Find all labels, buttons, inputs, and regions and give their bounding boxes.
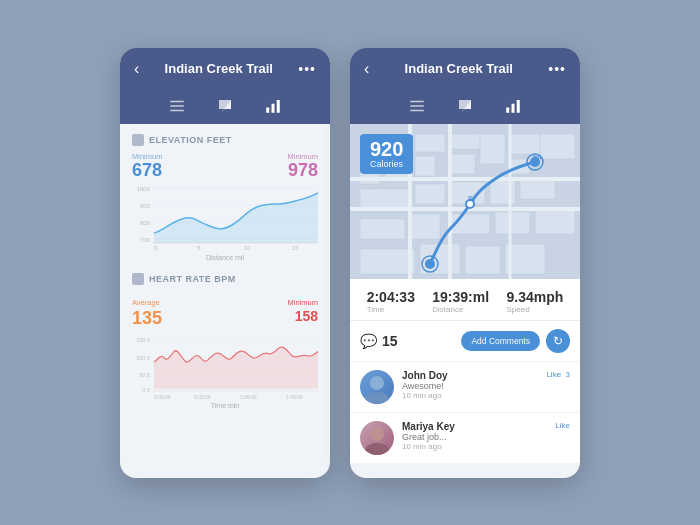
commenter-name-2: Mariya Key bbox=[402, 421, 547, 432]
refresh-button[interactable]: ↻ bbox=[546, 329, 570, 353]
svg-rect-55 bbox=[360, 219, 405, 239]
like-button-2[interactable]: Like bbox=[555, 421, 570, 430]
svg-rect-36 bbox=[512, 103, 515, 112]
svg-text:150.0: 150.0 bbox=[136, 337, 150, 343]
svg-rect-0 bbox=[170, 100, 184, 102]
tab-chat-right[interactable] bbox=[451, 96, 479, 116]
elevation-max-value: 978 bbox=[288, 161, 318, 179]
svg-rect-62 bbox=[465, 246, 500, 274]
heart-rate-section: HEART RATE BPM Average 135 Minimum 158 bbox=[132, 273, 318, 409]
comment-text-1: Awesome! bbox=[402, 381, 538, 391]
svg-rect-59 bbox=[535, 209, 575, 234]
svg-rect-61 bbox=[420, 244, 460, 274]
elevation-x-axis-label: Distance mil bbox=[132, 254, 318, 261]
comment-time-2: 10 min ago bbox=[402, 442, 547, 451]
comment-body-1: John Doy Awesome! 10 min ago bbox=[402, 370, 538, 400]
svg-text:0: 0 bbox=[154, 245, 158, 251]
svg-text:900: 900 bbox=[140, 203, 151, 209]
svg-point-78 bbox=[370, 427, 384, 441]
left-phone-card: ‹ Indian Creek Trail ••• ELEVATION FEET … bbox=[120, 48, 330, 478]
comment-item-1: John Doy Awesome! 10 min ago Like 3 bbox=[350, 361, 580, 412]
svg-text:Fn: Fn bbox=[533, 153, 542, 160]
comment-time-1: 10 min ago bbox=[402, 391, 538, 400]
svg-text:St: St bbox=[468, 195, 476, 202]
elevation-min-value: 678 bbox=[132, 161, 162, 179]
stat-time-label: Time bbox=[367, 305, 415, 314]
elevation-icon bbox=[132, 134, 144, 146]
svg-rect-33 bbox=[410, 105, 424, 107]
svg-rect-47 bbox=[480, 134, 505, 164]
hr-avg: Average 135 bbox=[132, 291, 162, 327]
calories-badge: 920 Calories bbox=[360, 134, 413, 174]
svg-rect-37 bbox=[517, 100, 520, 113]
stat-speed-label: Speed bbox=[506, 305, 563, 314]
svg-rect-60 bbox=[360, 249, 415, 274]
left-header-title: Indian Creek Trail bbox=[139, 61, 298, 76]
stat-time-value: 2:04:33 bbox=[367, 289, 415, 305]
left-tabs bbox=[120, 88, 330, 124]
svg-text:50.0: 50.0 bbox=[139, 372, 150, 378]
comment-item-2: Mariya Key Great job... 10 min ago Like bbox=[350, 412, 580, 463]
hr-avg-label: Average bbox=[132, 298, 160, 307]
elevation-section: ELEVATION FEET Minimum 678 Minimum 978 bbox=[132, 134, 318, 261]
calories-value: 920 bbox=[370, 139, 403, 159]
comments-count-area: 💬 15 bbox=[360, 333, 398, 349]
tab-chart-right[interactable] bbox=[499, 96, 527, 116]
right-tabs bbox=[350, 88, 580, 124]
svg-text:100.0: 100.0 bbox=[136, 354, 150, 360]
svg-point-76 bbox=[370, 376, 384, 390]
tab-list-left[interactable] bbox=[163, 96, 191, 116]
hr-minmax: Average 135 Minimum 158 bbox=[132, 291, 318, 327]
left-card-body: ELEVATION FEET Minimum 678 Minimum 978 bbox=[120, 124, 330, 419]
svg-rect-1 bbox=[170, 105, 184, 107]
svg-text:1:40:00: 1:40:00 bbox=[286, 393, 303, 399]
right-phone-card: ‹ Indian Creek Trail ••• bbox=[350, 48, 580, 478]
right-more-options[interactable]: ••• bbox=[548, 61, 566, 77]
svg-point-69 bbox=[425, 259, 435, 269]
tab-list-right[interactable] bbox=[403, 96, 431, 116]
comment-like-area-2: Like bbox=[555, 421, 570, 430]
svg-text:5: 5 bbox=[197, 245, 201, 251]
svg-rect-34 bbox=[410, 109, 424, 111]
comment-icon: 💬 bbox=[360, 333, 377, 349]
add-comments-button[interactable]: Add Comments bbox=[461, 331, 540, 351]
stat-speed-value: 9.34mph bbox=[506, 289, 563, 305]
svg-text:0:33:20: 0:33:20 bbox=[194, 393, 211, 399]
svg-rect-5 bbox=[277, 100, 280, 113]
avatar-john bbox=[360, 370, 394, 404]
svg-text:0.0: 0.0 bbox=[142, 386, 150, 392]
svg-rect-43 bbox=[415, 134, 445, 152]
svg-rect-51 bbox=[415, 184, 445, 204]
avatar-mariya bbox=[360, 421, 394, 455]
svg-text:1000: 1000 bbox=[137, 186, 151, 192]
svg-rect-58 bbox=[495, 212, 530, 234]
svg-text:800: 800 bbox=[140, 220, 151, 226]
stats-row: 2:04:33 Time 19:39:ml Distance 9.34mph S… bbox=[350, 279, 580, 321]
hr-section-header: HEART RATE BPM bbox=[132, 273, 318, 285]
svg-rect-3 bbox=[266, 107, 269, 112]
svg-point-79 bbox=[365, 443, 389, 455]
elevation-title: ELEVATION FEET bbox=[149, 135, 232, 145]
hr-avg-value: 135 bbox=[132, 309, 162, 327]
right-header-title: Indian Creek Trail bbox=[369, 61, 548, 76]
more-options-button[interactable]: ••• bbox=[298, 61, 316, 77]
svg-rect-4 bbox=[272, 103, 275, 112]
comments-header: 💬 15 Add Comments ↻ bbox=[350, 321, 580, 361]
hr-x-axis-label: Time min bbox=[132, 402, 318, 409]
calories-label: Calories bbox=[370, 159, 403, 169]
like-button-1[interactable]: Like 3 bbox=[546, 370, 570, 379]
svg-point-77 bbox=[365, 392, 389, 404]
hr-chart: 150.0 100.0 50.0 0.0 0:00:00 0:33:20 1:0… bbox=[132, 331, 318, 401]
tab-chart-left[interactable] bbox=[259, 96, 287, 116]
map-area: St Fn 920 Calories bbox=[350, 124, 580, 279]
stat-speed: 9.34mph Speed bbox=[506, 289, 563, 314]
svg-text:10: 10 bbox=[244, 245, 251, 251]
tab-chat-left[interactable] bbox=[211, 96, 239, 116]
svg-rect-54 bbox=[520, 179, 555, 199]
elevation-section-header: ELEVATION FEET bbox=[132, 134, 318, 146]
hr-min: Minimum 158 bbox=[288, 291, 318, 327]
comments-actions: Add Comments ↻ bbox=[461, 329, 570, 353]
svg-text:0:00:00: 0:00:00 bbox=[154, 393, 171, 399]
comments-count: 15 bbox=[382, 333, 398, 349]
elevation-min: Minimum 678 bbox=[132, 152, 162, 179]
